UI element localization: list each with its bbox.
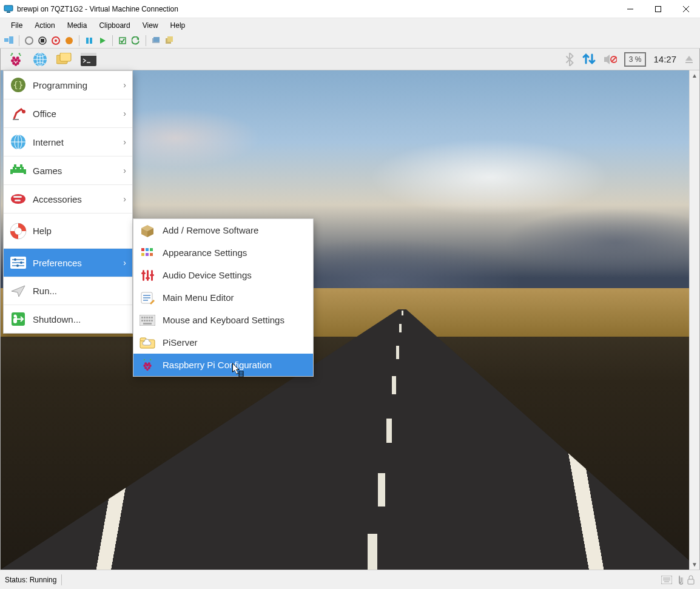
- menu-item-accessories[interactable]: Accessories ›: [4, 185, 132, 214]
- box-icon: [140, 223, 155, 238]
- lifebuoy-icon: [10, 223, 27, 240]
- svg-rect-57: [13, 196, 22, 198]
- menu-item-label: Shutdown...: [33, 314, 81, 325]
- raspberry-menu-button[interactable]: [5, 50, 26, 69]
- raspberry-icon: [140, 357, 155, 373]
- terminal-icon: [81, 53, 96, 66]
- submenu-add-remove-software[interactable]: Add / Remove Software: [133, 219, 313, 241]
- cpu-usage[interactable]: 3 %: [624, 52, 647, 67]
- submenu-main-menu-editor[interactable]: Main Menu Editor: [133, 286, 313, 309]
- chevron-right-icon: ›: [123, 80, 126, 90]
- minimize-button[interactable]: [616, 0, 644, 18]
- svg-rect-1: [7, 12, 10, 13]
- menu-item-label: Programming: [33, 80, 87, 90]
- menu-media[interactable]: Media: [61, 19, 93, 32]
- save-icon[interactable]: [64, 35, 75, 46]
- svg-rect-6: [4, 38, 8, 42]
- menu-clipboard[interactable]: Clipboard: [93, 19, 136, 32]
- menu-item-internet[interactable]: Internet ›: [4, 128, 132, 157]
- rpi-taskbar: 3 % 14:27: [1, 49, 699, 70]
- web-browser-button[interactable]: [30, 50, 50, 69]
- close-button[interactable]: [672, 0, 700, 18]
- svg-rect-22: [167, 36, 173, 42]
- menu-item-programming[interactable]: {} Programming ›: [4, 71, 132, 99]
- svg-point-66: [20, 261, 22, 264]
- svg-rect-58: [15, 200, 21, 201]
- svg-rect-49: [13, 167, 24, 173]
- menu-view[interactable]: View: [136, 19, 164, 32]
- submenu-label: Raspberry Pi Configuration: [163, 360, 272, 370]
- status-text: Status: Running: [5, 576, 56, 584]
- svg-point-67: [16, 264, 19, 267]
- maximize-button[interactable]: [644, 0, 672, 18]
- menu-item-help[interactable]: Help: [4, 214, 132, 249]
- pause-icon[interactable]: [84, 35, 95, 46]
- menu-item-label: Preferences: [33, 258, 82, 268]
- revert-icon[interactable]: [130, 35, 141, 46]
- submenu-audio[interactable]: Audio Device Settings: [133, 264, 313, 286]
- scroll-down-icon[interactable]: ▼: [690, 559, 699, 570]
- submenu-label: Add / Remove Software: [163, 225, 258, 235]
- chevron-right-icon: ›: [123, 109, 126, 118]
- submenu-rpi-config[interactable]: Raspberry Pi Configuration: [133, 354, 313, 376]
- svg-rect-98: [141, 320, 143, 321]
- panel-clock[interactable]: 14:27: [653, 54, 676, 64]
- menu-item-preferences[interactable]: Preferences ›: [4, 249, 132, 277]
- svg-rect-84: [141, 272, 146, 274]
- menu-item-office[interactable]: Office ›: [4, 99, 132, 128]
- svg-rect-103: [143, 323, 152, 325]
- svg-rect-50: [10, 169, 13, 174]
- start-grey-icon[interactable]: [24, 35, 35, 46]
- terminal-button[interactable]: [78, 50, 99, 69]
- bluetooth-icon[interactable]: [565, 53, 574, 66]
- file-manager-button[interactable]: [54, 50, 75, 69]
- submenu-mouse-keyboard[interactable]: Mouse and Keyboard Settings: [133, 309, 313, 331]
- sliders-red-icon: [140, 268, 155, 283]
- menu-item-games[interactable]: Games ›: [4, 157, 132, 185]
- svg-point-70: [14, 315, 17, 318]
- menu-item-label: Run...: [33, 286, 57, 296]
- svg-point-65: [14, 258, 16, 261]
- svg-rect-7: [9, 36, 13, 44]
- menu-action[interactable]: Action: [29, 19, 61, 32]
- palette-icon: [140, 245, 155, 261]
- ctrl-alt-del-icon[interactable]: [4, 35, 15, 46]
- statusbar: Status: Running: [0, 570, 700, 589]
- svg-point-109: [146, 363, 149, 366]
- svg-rect-10: [41, 39, 44, 42]
- svg-point-25: [11, 59, 14, 62]
- share-icon[interactable]: [164, 35, 175, 46]
- submenu-appearance[interactable]: Appearance Settings: [133, 241, 313, 264]
- svg-point-30: [15, 63, 17, 66]
- menu-file[interactable]: File: [5, 19, 29, 32]
- menu-help[interactable]: Help: [164, 19, 192, 32]
- submenu-piserver[interactable]: PiServer: [133, 331, 313, 354]
- checkpoint-icon[interactable]: [117, 35, 128, 46]
- shutdown-icon[interactable]: [50, 35, 61, 46]
- network-icon[interactable]: [582, 53, 596, 66]
- menu-item-shutdown[interactable]: Shutdown...: [4, 305, 132, 333]
- play-icon[interactable]: [97, 35, 108, 46]
- svg-point-60: [15, 227, 22, 235]
- svg-rect-123: [688, 579, 694, 584]
- braces-icon: {}: [10, 76, 27, 93]
- sliders-icon: [10, 254, 27, 271]
- scroll-up-icon[interactable]: ▲: [690, 70, 699, 81]
- svg-rect-77: [150, 248, 153, 251]
- svg-marker-38: [604, 55, 610, 64]
- eject-icon[interactable]: [684, 54, 695, 65]
- start-menu: {} Programming › Office › Internet › Gam…: [3, 70, 133, 334]
- keyboard-icon: [140, 312, 155, 328]
- svg-rect-102: [151, 320, 153, 321]
- volume-muted-icon[interactable]: [604, 54, 617, 65]
- svg-rect-82: [147, 270, 149, 281]
- menu-item-run[interactable]: Run...: [4, 277, 132, 305]
- menu-item-label: Internet: [33, 137, 64, 147]
- preferences-submenu: Add / Remove Software Appearance Setting…: [133, 218, 314, 377]
- svg-point-56: [11, 194, 25, 204]
- enhanced-session-icon[interactable]: [150, 35, 161, 46]
- vertical-scrollbar[interactable]: ▲ ▼: [689, 70, 699, 570]
- chevron-right-icon: ›: [123, 137, 126, 147]
- stop-icon[interactable]: [37, 35, 48, 46]
- chevron-right-icon: ›: [123, 166, 126, 175]
